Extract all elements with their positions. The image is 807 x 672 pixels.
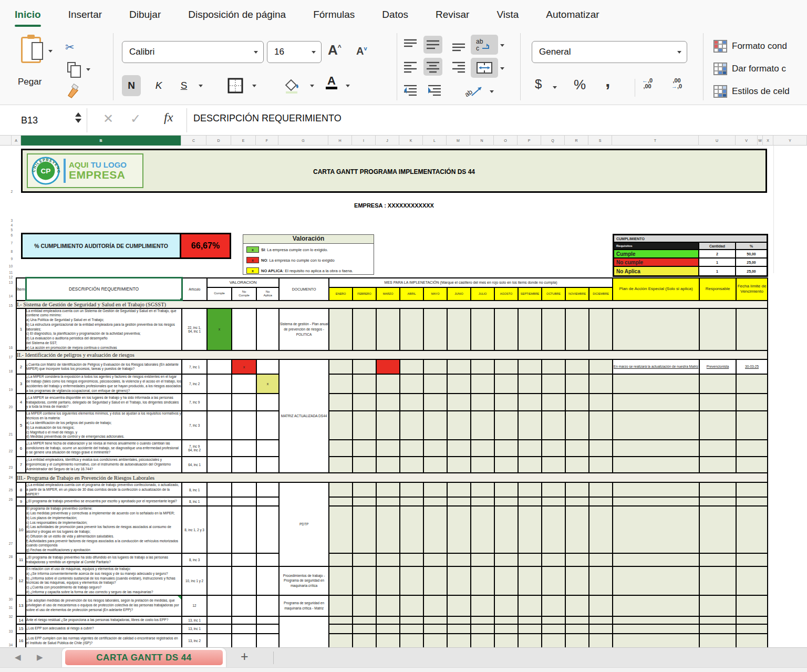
bold-button[interactable]: N (122, 75, 141, 96)
paste-dropdown-chevron[interactable] (48, 50, 53, 53)
cell-month-enero-3[interactable] (329, 374, 353, 394)
cell-articulo-5[interactable]: 7, inc 3 (182, 411, 207, 440)
prev-sheet-icon[interactable]: ◀ (15, 653, 21, 662)
cell-val-si-13[interactable] (207, 595, 232, 616)
cell-val-no-14[interactable] (232, 616, 256, 624)
cell-item-13[interactable]: 13 (16, 595, 26, 616)
cell-month-mayo-11[interactable] (423, 553, 447, 566)
cell-val-si-9[interactable] (207, 497, 232, 506)
cell-articulo-12[interactable]: 10, inc 1 y 2 (182, 566, 207, 595)
cell-month-junio-8[interactable] (447, 482, 471, 497)
cell-month-septiembre-14[interactable] (518, 616, 542, 624)
cell-month-noviembre-6[interactable] (565, 440, 589, 457)
cell-month-abril-16[interactable] (400, 634, 423, 647)
cell-fecha-7[interactable] (736, 457, 768, 473)
cell-articulo-14[interactable]: 13, inc 1 (182, 616, 207, 624)
cell-articulo-3[interactable]: 7, inc 2 (182, 374, 207, 394)
cell-item-8[interactable]: 8 (16, 482, 26, 497)
cell-month-junio-13[interactable] (447, 595, 471, 616)
cell-val-no-9[interactable] (232, 497, 256, 506)
col-header-S[interactable]: S (588, 136, 612, 146)
cell-month-febrero-15[interactable] (353, 624, 376, 634)
cell-month-julio-1[interactable] (471, 308, 494, 351)
cell-month-junio-1[interactable] (447, 308, 471, 351)
cell-month-octubre-10[interactable] (542, 506, 565, 553)
header-month-enero[interactable]: ENERO (329, 287, 353, 301)
cell-month-noviembre-11[interactable] (565, 553, 589, 566)
row-header-7[interactable]: 7 (0, 241, 13, 245)
cell-month-marzo-7[interactable] (376, 457, 400, 473)
cell-month-diciembre-1[interactable] (589, 308, 613, 351)
header-no-cumple[interactable]: No Cumple (232, 287, 256, 301)
cell-item-10[interactable]: 10 (16, 506, 26, 553)
cell-month-agosto-13[interactable] (494, 595, 518, 616)
cumplimiento-row-1[interactable]: Cumple250,00 (614, 250, 767, 259)
cell-val-na-11[interactable] (256, 553, 279, 566)
cell-articulo-8[interactable]: 8, inc 1 (182, 482, 207, 497)
cell-month-marzo-6[interactable] (376, 440, 400, 457)
cell-month-noviembre-14[interactable] (565, 616, 589, 624)
cell-month-abril-14[interactable] (400, 616, 423, 624)
header-month-diciembre[interactable]: DICIEMBRE (589, 287, 613, 301)
valoracion-legend[interactable]: Valoración xSI: La empresa cumple con lo… (243, 234, 374, 275)
cell-month-enero-4[interactable] (329, 394, 353, 411)
cell-month-junio-10[interactable] (447, 506, 471, 553)
cell-val-si-3[interactable] (207, 374, 232, 394)
cell-month-diciembre-6[interactable] (589, 440, 613, 457)
cell-month-septiembre-13[interactable] (518, 595, 542, 616)
cancel-icon[interactable]: ✕ (103, 111, 113, 126)
cut-icon[interactable]: ✂ (65, 41, 75, 54)
col-header-C[interactable]: C (181, 136, 206, 146)
cell-month-noviembre-9[interactable] (565, 497, 589, 506)
fill-handle[interactable] (180, 298, 182, 301)
cell-val-no-4[interactable] (232, 394, 256, 411)
cell-desc-4[interactable]: ¿La MIPER se encuentra disponible en los… (26, 394, 182, 411)
cell-articulo-2[interactable]: 7, inc 1 (182, 359, 207, 374)
cell-articulo-9[interactable]: 8, inc 1 (182, 497, 207, 506)
cell-month-octubre-9[interactable] (542, 497, 565, 506)
row-header-34[interactable]: 34 (0, 643, 13, 647)
cell-month-junio-11[interactable] (447, 553, 471, 566)
cell-articulo-10[interactable]: 8, inc 1, 2 y 3 (182, 506, 207, 553)
cell-val-no-2[interactable]: x (232, 359, 256, 374)
cell-month-septiembre-9[interactable] (518, 497, 542, 506)
cell-val-na-6[interactable] (256, 440, 279, 457)
cell-month-mayo-5[interactable] (423, 411, 447, 440)
cell-desc-16[interactable]: ¿Los EPP cumplen con las normas vigentes… (26, 634, 182, 647)
header-month-marzo[interactable]: MARZO (376, 287, 400, 301)
col-header-B[interactable]: B (21, 136, 181, 146)
align-bottom-icon[interactable] (451, 39, 467, 53)
cell-month-agosto-12[interactable] (494, 566, 518, 595)
cell-month-diciembre-13[interactable] (589, 595, 613, 616)
cell-month-diciembre-14[interactable] (589, 616, 613, 624)
cell-month-febrero-5[interactable] (353, 411, 376, 440)
header-fecha[interactable]: Fecha límite de Vencimiento (736, 278, 768, 301)
cell-val-si-14[interactable] (207, 616, 232, 624)
ribbon-tab-inicio[interactable]: Inicio (15, 9, 41, 20)
row-header-4[interactable]: 4 (0, 223, 13, 227)
cell-month-abril-13[interactable] (400, 595, 423, 616)
cell-plan-6[interactable] (613, 440, 699, 457)
font-name-select[interactable]: Calibri (122, 41, 264, 63)
cell-val-no-15[interactable] (232, 624, 256, 634)
row-header-8[interactable]: 8 (0, 250, 13, 253)
cell-val-si-2[interactable] (207, 359, 232, 374)
cell-desc-12[interactable]: En relación con el uso de máquinas, equi… (26, 566, 182, 595)
cell-month-octubre-6[interactable] (542, 440, 565, 457)
col-header-U[interactable]: U (699, 136, 736, 146)
comma-icon[interactable]: , (605, 70, 610, 91)
cell-desc-7[interactable]: ¿La entidad empleadora, identifica y eva… (26, 457, 182, 473)
ribbon-tab-dibujar[interactable]: Dibujar (129, 9, 161, 20)
header-documento[interactable]: DOCUMENTO (279, 278, 329, 301)
cell-desc-9[interactable]: ¿El programa de trabajo preventivo se en… (26, 497, 182, 506)
cell-month-abril-10[interactable] (400, 506, 423, 553)
cell-month-julio-16[interactable] (471, 634, 494, 647)
cell-month-junio-3[interactable] (447, 374, 471, 394)
cell-month-agosto-3[interactable] (494, 374, 518, 394)
row-header-25[interactable]: 25 (0, 488, 13, 492)
empresa-label[interactable]: EMPRESA : XXXXXXXXXXXX (0, 202, 788, 209)
col-header-X[interactable]: X (763, 136, 773, 146)
merge-center-icon[interactable] (471, 58, 498, 78)
cell-month-agosto-11[interactable] (494, 553, 518, 566)
cell-documento-1[interactable]: Sistema de gestión - Plan anual de preve… (279, 308, 329, 351)
